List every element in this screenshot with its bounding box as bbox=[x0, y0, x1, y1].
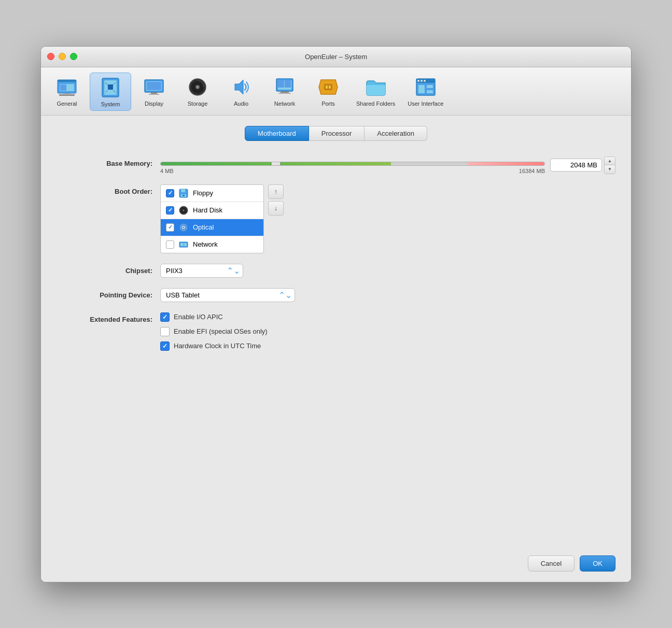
network-icon bbox=[273, 76, 296, 98]
general-icon bbox=[55, 76, 78, 98]
svg-rect-26 bbox=[278, 80, 284, 88]
titlebar: OpenEuler – System bbox=[41, 47, 631, 67]
toolbar-item-shared-folders[interactable]: Shared Folders bbox=[351, 73, 400, 111]
boot-order-down-button[interactable]: ↓ bbox=[268, 201, 284, 216]
storage-icon bbox=[186, 76, 209, 98]
memory-spinner-down[interactable]: ▼ bbox=[605, 165, 615, 174]
utc-clock-label: Hardware Clock in UTC Time bbox=[174, 342, 261, 350]
user-interface-icon bbox=[414, 76, 437, 98]
efi-label: Enable EFI (special OSes only) bbox=[174, 327, 268, 335]
toolbar-user-interface-label: User Interface bbox=[408, 101, 443, 107]
pointing-device-select[interactable]: USB Tablet PS/2 Mouse USB Mouse USB Mult… bbox=[160, 288, 295, 302]
ok-button[interactable]: OK bbox=[580, 555, 615, 572]
pointing-device-label: Pointing Device: bbox=[57, 288, 160, 299]
svg-rect-39 bbox=[427, 90, 433, 93]
svg-point-41 bbox=[421, 80, 423, 82]
boot-item-floppy[interactable]: Floppy bbox=[161, 185, 263, 202]
content-area: Motherboard Processor Acceleration Base … bbox=[41, 116, 631, 582]
hard-disk-icon bbox=[178, 205, 189, 216]
svg-rect-33 bbox=[326, 85, 328, 89]
slider-max-label: 16384 MB bbox=[519, 168, 545, 174]
toolbar-item-display[interactable]: Display bbox=[133, 73, 175, 111]
boot-network-checkbox[interactable] bbox=[166, 240, 174, 249]
extended-features-control: Enable I/O APIC Enable EFI (special OSes… bbox=[160, 312, 615, 356]
chipset-label: Chipset: bbox=[57, 264, 160, 275]
boot-order-label: Boot Order: bbox=[57, 184, 160, 195]
maximize-button[interactable] bbox=[70, 53, 77, 60]
boot-hard-disk-label: Hard Disk bbox=[193, 206, 222, 214]
toolbar-shared-folders-label: Shared Folders bbox=[356, 101, 395, 107]
io-apic-label: Enable I/O APIC bbox=[174, 313, 223, 321]
pointing-device-row: Pointing Device: USB Tablet PS/2 Mouse U… bbox=[57, 288, 615, 302]
system-icon bbox=[99, 76, 122, 99]
boot-item-network[interactable]: Network bbox=[161, 236, 263, 253]
floppy-icon bbox=[178, 188, 189, 198]
boot-item-optical[interactable]: Optical bbox=[161, 219, 263, 236]
chipset-select[interactable]: PIIX3 ICH9 bbox=[160, 264, 243, 278]
svg-point-49 bbox=[183, 209, 185, 211]
io-apic-checkbox[interactable] bbox=[160, 312, 170, 322]
utc-clock-checkbox[interactable] bbox=[160, 341, 170, 351]
boot-hard-disk-checkbox[interactable] bbox=[166, 206, 174, 215]
svg-rect-55 bbox=[184, 243, 187, 246]
toolbar-item-system[interactable]: System bbox=[90, 73, 131, 111]
boot-order-container: Floppy Hard bbox=[160, 184, 615, 253]
close-button[interactable] bbox=[47, 53, 54, 60]
tab-motherboard[interactable]: Motherboard bbox=[245, 126, 309, 141]
svg-marker-23 bbox=[235, 80, 243, 94]
optical-icon bbox=[178, 222, 189, 233]
extended-features-label: Extended Features: bbox=[57, 312, 160, 323]
boot-order-up-button[interactable]: ↑ bbox=[268, 184, 284, 199]
toolbar-item-network[interactable]: Network bbox=[264, 73, 305, 111]
svg-rect-17 bbox=[151, 92, 157, 94]
svg-rect-54 bbox=[180, 243, 184, 246]
memory-input[interactable] bbox=[550, 159, 602, 172]
toolbar-item-ports[interactable]: Ports bbox=[307, 73, 349, 111]
ports-icon bbox=[317, 76, 340, 98]
svg-rect-6 bbox=[67, 84, 74, 88]
toolbar-general-label: General bbox=[57, 101, 77, 107]
audio-icon bbox=[230, 76, 253, 98]
boot-network-label: Network bbox=[193, 240, 218, 248]
svg-rect-38 bbox=[427, 85, 433, 88]
base-memory-row: Base Memory: 4 MB 16384 M bbox=[57, 156, 615, 174]
tab-processor[interactable]: Processor bbox=[309, 126, 365, 141]
utc-clock-row: Hardware Clock in UTC Time bbox=[160, 341, 615, 351]
toolbar-network-label: Network bbox=[274, 101, 295, 107]
cancel-button[interactable]: Cancel bbox=[528, 555, 575, 572]
chipset-select-wrapper: PIIX3 ICH9 ⌃⌄ bbox=[160, 264, 243, 278]
memory-slider[interactable] bbox=[160, 162, 545, 166]
toolbar-item-general[interactable]: General bbox=[46, 73, 88, 111]
network-boot-icon bbox=[178, 239, 189, 250]
boot-order-control: Floppy Hard bbox=[160, 184, 615, 253]
efi-checkbox[interactable] bbox=[160, 327, 170, 336]
tab-acceleration[interactable]: Acceleration bbox=[365, 126, 427, 141]
svg-point-52 bbox=[183, 226, 185, 228]
slider-min-label: 4 MB bbox=[160, 168, 174, 174]
memory-spinner: ▲ ▼ bbox=[604, 156, 615, 174]
io-apic-row: Enable I/O APIC bbox=[160, 312, 615, 322]
toolbar-item-user-interface[interactable]: User Interface bbox=[402, 73, 449, 111]
slider-thumb[interactable] bbox=[271, 162, 281, 166]
slider-track-red bbox=[468, 162, 544, 165]
toolbar-item-audio[interactable]: Audio bbox=[220, 73, 262, 111]
boot-order-arrows: ↑ ↓ bbox=[268, 184, 284, 216]
toolbar-system-label: System bbox=[101, 101, 120, 107]
base-memory-label: Base Memory: bbox=[57, 156, 160, 167]
svg-rect-30 bbox=[278, 93, 291, 94]
window-controls bbox=[47, 53, 77, 60]
memory-spinner-up[interactable]: ▲ bbox=[605, 157, 615, 165]
svg-rect-3 bbox=[63, 93, 71, 95]
boot-floppy-checkbox[interactable] bbox=[166, 189, 174, 197]
display-icon bbox=[143, 76, 165, 98]
pointing-device-select-wrapper: USB Tablet PS/2 Mouse USB Mouse USB Mult… bbox=[160, 288, 295, 302]
svg-rect-37 bbox=[418, 85, 425, 93]
minimize-button[interactable] bbox=[59, 53, 66, 60]
boot-floppy-label: Floppy bbox=[193, 189, 213, 197]
boot-optical-checkbox[interactable] bbox=[166, 223, 174, 232]
toolbar-audio-label: Audio bbox=[234, 101, 248, 107]
slider-track bbox=[160, 162, 545, 166]
toolbar-item-storage[interactable]: Storage bbox=[177, 73, 218, 111]
boot-order-row: Boot Order: bbox=[57, 184, 615, 253]
boot-item-hard-disk[interactable]: Hard Disk bbox=[161, 202, 263, 219]
